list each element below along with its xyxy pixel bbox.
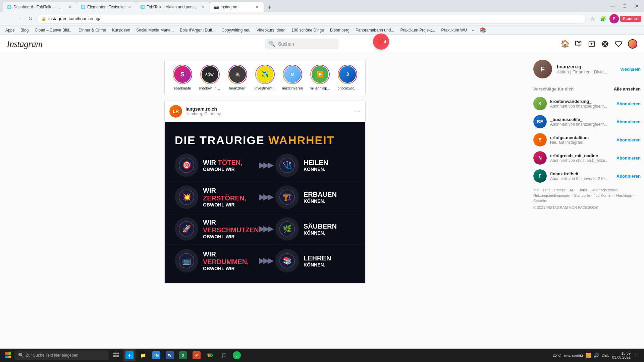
pause-button[interactable]: Pausiert [620,16,641,22]
tab-close-2[interactable]: ✕ [127,4,132,10]
story-item-shadow[interactable]: sdw. shadow_inv... [199,65,221,90]
profile-switcher[interactable]: P [609,14,619,23]
search-input[interactable] [278,41,334,47]
browser-tab-4[interactable]: 📷 Instagram ✕ [210,2,264,12]
sidebar-username[interactable]: finanzen.ig [557,64,616,69]
bookmark-copywriting[interactable]: Copywriting neu [219,27,253,33]
explore-nav-icon[interactable] [601,40,609,48]
home-nav-icon[interactable]: 🏠 [561,40,569,48]
bookmark-praktikum2[interactable]: Praktikum WU [438,27,470,33]
taskbar-app-explorer[interactable]: 📁 [137,349,149,361]
bookmark-praktikum1[interactable]: Praktikum Projekt... [397,27,438,33]
likes-nav-icon[interactable] [614,40,623,48]
bookmarks-more-button[interactable]: » [470,27,475,33]
footer-link-nutzung[interactable]: Nutzungsbedingungen [533,193,570,197]
bookmark-dinner[interactable]: Dinner & Crime [76,27,109,33]
sidebar-profile-avatar[interactable]: F [533,60,552,78]
footer-link-jobs[interactable]: Jobs [579,188,587,192]
suggestion-avatar-4[interactable]: N [533,151,547,165]
taskbar-app-spotify[interactable]: ♪ [231,349,243,361]
suggestion-avatar-3[interactable]: E [533,133,547,146]
story-item-maxximieren[interactable]: M maxximieren [281,65,304,90]
profile-nav-avatar[interactable] [628,39,637,49]
switch-account-button[interactable]: Wechseln [621,67,641,72]
story-item-finanzherr[interactable]: 🕵️ finanzherr [226,65,249,90]
follow-button-2[interactable]: Abonnieren [616,119,641,124]
bookmark-social[interactable]: Social Media Mana... [133,27,176,33]
suggestion-username-2[interactable]: _businesselite_ [550,117,613,122]
bookmark-bloomberg[interactable]: Bloomberg [327,27,352,33]
suggestion-avatar-5[interactable]: F [533,169,547,183]
bookmark-bois[interactable]: Bois d'Argent Duft... [177,27,218,33]
reading-list-button[interactable]: 📚 [479,25,488,35]
footer-link-standorte[interactable]: Standorte [574,193,590,197]
browser-tab-1[interactable]: 🌐 Dashboard - TobiTalk — WordP... ✕ [3,2,76,12]
tab-close-1[interactable]: ✕ [67,4,72,10]
suggestion-avatar-1[interactable]: K [533,97,547,110]
bookmark-videokurs[interactable]: Videokurs Ideen [254,27,288,33]
follow-button-3[interactable]: Abonnieren [616,137,641,142]
taskbar-app-taskmanager[interactable]: TM [150,349,162,361]
tab-close-3[interactable]: ✕ [201,4,206,10]
taskbar-clock[interactable]: 15:39 03.08.2021 [612,351,631,359]
footer-link-info[interactable]: Info [533,188,539,192]
address-bar[interactable]: 🔒 instagram.com/finanzen.ig/ [37,14,586,23]
taskbar-app-misc1[interactable]: 🎵 [217,349,229,361]
post-username[interactable]: langsam.reich [185,106,221,112]
story-item-millennial[interactable]: ▶️ millennialp... [309,65,331,90]
maximize-button[interactable]: □ [620,1,629,11]
post-more-button[interactable]: ··· [355,108,361,115]
footer-link-datenschutz[interactable]: Datenschutzlinie [591,188,618,192]
instagram-search[interactable]: 🔍 [265,39,338,49]
profile-avatar[interactable]: P [609,14,619,23]
see-all-button[interactable]: Alle ansehen [614,86,641,92]
taskbar-search[interactable]: 🔍 Zur Suche Text hier eingeben [15,351,109,360]
follow-button-4[interactable]: Abonnieren [616,156,641,161]
suggestion-username-1[interactable]: kroetenwanderung_ [550,99,613,104]
taskbar-app-word[interactable]: W [164,349,176,361]
taskbar-app-powerpoint[interactable]: P [191,349,203,361]
bookmark-apps[interactable]: Apps [3,27,17,33]
bookmark-star-button[interactable]: ☆ [588,14,597,23]
bookmark-100dinge[interactable]: 100 schöne Dinge [289,27,327,33]
footer-link-hashtags[interactable]: Hashtags [616,193,632,197]
story-item-investie[interactable]: inv investie... [364,65,366,90]
story-item-investment[interactable]: ✈️ investment... [254,65,276,90]
back-button[interactable]: ← [3,14,12,23]
extensions-button[interactable]: 🧩 [599,14,608,23]
footer-link-hilfe[interactable]: Hilfe [543,188,550,192]
suggestion-username-3[interactable]: erfolgs.mentalitaet [550,135,613,140]
browser-tab-3[interactable]: 🌐 TobiTalk – Aktien und persönlich... ✕ [136,2,210,12]
browser-tab-2[interactable]: 🌐 Elementor | Testseite ✕ [76,2,136,12]
start-button[interactable] [3,350,13,361]
taskbar-app-chrome[interactable] [204,349,216,361]
suggestion-username-4[interactable]: erfolgreich_mit_nadine [550,153,613,158]
tab-close-4[interactable]: ✕ [254,4,260,10]
show-desktop-button[interactable]: □ [633,351,641,359]
footer-link-api[interactable]: API [570,188,576,192]
suggestion-username-5[interactable]: finanz.freiheit_ [550,171,613,176]
follow-button-5[interactable]: Abonnieren [616,174,641,179]
bookmark-panorama[interactable]: Panoramabahn und... [353,27,397,33]
footer-link-presse[interactable]: Presse [554,188,566,192]
taskbar-app-excel[interactable]: X [177,349,189,361]
suggestion-avatar-2[interactable]: BE [533,115,547,128]
messenger-nav-icon[interactable] [574,40,582,48]
follow-button-1[interactable]: Abonnieren [616,101,641,106]
story-item-sparkojote[interactable]: S sparkojote [171,65,194,90]
footer-link-topkonten[interactable]: Top-Konten [594,193,612,197]
bookmark-kursideen[interactable]: Kursideen [109,27,133,33]
refresh-button[interactable]: ↻ [25,14,35,23]
close-window-button[interactable]: ✕ [632,1,641,11]
new-tab-button[interactable]: + [265,3,274,12]
add-post-nav-icon[interactable] [588,40,596,48]
forward-button[interactable]: → [14,14,23,23]
post-avatar[interactable]: LR [169,105,182,118]
taskbar-app-edge[interactable]: e [123,349,136,361]
bookmark-blog[interactable]: Blog [18,27,31,33]
story-item-bitcoin[interactable]: ₿ bitcoin2go... [336,65,359,90]
bookmark-cload[interactable]: Cload – Canva Bild... [32,27,75,33]
footer-link-sprache[interactable]: Sprache [533,199,547,203]
minimize-button[interactable]: — [608,1,617,11]
taskbar-app-taskview[interactable] [110,349,122,361]
